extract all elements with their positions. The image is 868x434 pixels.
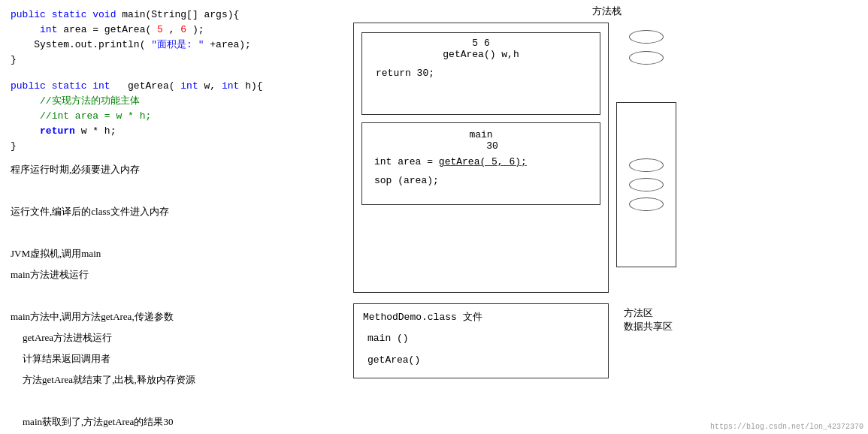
desc-line-7: 计算结果返回调用者 [11, 349, 335, 369]
desc-line-6: getArea方法进栈运行 [11, 328, 335, 348]
area-label: 方法区 [624, 306, 673, 320]
code-comment1: //实现方法的功能主体 [11, 94, 335, 109]
code-line-4: } [11, 53, 335, 68]
description-block: 程序运行时期,必须要进入内存 运行文件,编译后的class文件进入内存 JVM虚… [11, 160, 335, 432]
kw-public: public [11, 9, 46, 20]
main-getarea-call: getArea( 5, 6); [439, 156, 527, 167]
str-literal: "面积是: " [151, 39, 204, 50]
desc-line-5: main方法中,调用方法getArea,传递参数 [11, 307, 335, 327]
desc-line-9: main获取到了,方法getArea的结果30 [11, 412, 335, 432]
bottom-section: MethodDemo.class 文件 main () getArea() 方法… [353, 303, 860, 378]
desc-line-1: 程序运行时期,必须要进入内存 [11, 160, 335, 179]
method-box-header: MethodDemo.class 文件 [363, 310, 599, 324]
desc-line-3: JVM虚拟机,调用main [11, 244, 335, 264]
getarea-body: return 30; [370, 68, 592, 79]
stack-outer-box: 5 6 getArea() w,h return 30; main 30 int… [353, 23, 609, 293]
watermark: https://blog.csdn.net/lon_42372370 [710, 423, 863, 431]
kw-return: return [40, 125, 75, 137]
main-frame: main 30 int area = getArea( 5, 6); sop (… [361, 122, 600, 205]
kw-int2: int [92, 80, 110, 92]
getarea-frame: 5 6 getArea() w,h return 30; [361, 32, 600, 115]
desc-spacer-2 [11, 223, 335, 243]
method-main-label: main () [367, 333, 409, 344]
comment-text2: //int area = w * h; [40, 110, 151, 122]
method-main: main () [363, 333, 599, 344]
main-line1: int area = getArea( 5, 6); [370, 156, 592, 167]
comment-text1: //实现方法的功能主体 [40, 95, 140, 107]
main-label: main [469, 129, 492, 140]
code-line-3: System.out.println( "面积是: " +area); [11, 38, 335, 53]
kw-int3: int [180, 80, 198, 92]
num-6: 6 [180, 24, 186, 35]
getarea-header: 5 6 getArea() w,h [370, 38, 592, 60]
getarea-label: getArea() w,h [443, 49, 519, 60]
kw-int: int [40, 24, 57, 35]
code-close-brace: } [11, 139, 335, 154]
code-block-main: public static void main(String[] args){ … [11, 8, 335, 68]
desc-spacer-4 [11, 391, 335, 411]
right-panel: 方法栈 5 6 getArea() w,h return 30; main [346, 0, 868, 434]
code-return: return w * h; [11, 124, 335, 139]
ellipse-2 [629, 51, 664, 65]
left-panel: public static void main(String[] args){ … [0, 0, 346, 434]
code-line-2: int area = getArea( 5 , 6 ); [11, 23, 335, 38]
code-comment2: //int area = w * h; [11, 109, 335, 124]
code-line-1: public static void main(String[] args){ [11, 8, 335, 23]
desc-line-4: main方法进栈运行 [11, 265, 335, 285]
getarea-return: return 30; [376, 68, 434, 79]
main-line2: sop (area); [370, 175, 592, 186]
code-getarea-sig: public static int getArea( int w, int h)… [11, 79, 335, 94]
method-class-box: MethodDemo.class 文件 main () getArea() [353, 303, 609, 378]
method-getarea-label: getArea() [367, 354, 420, 366]
class-label: MethodDemo.class 文件 [363, 310, 482, 324]
ellipse-top [629, 30, 664, 44]
desc-line-2: 运行文件,编译后的class文件进入内存 [11, 202, 335, 222]
kw-static2: static [52, 80, 87, 92]
desc-spacer-1 [11, 181, 335, 200]
getarea-nums: 5 6 [472, 38, 489, 49]
desc-spacer-3 [11, 286, 335, 306]
kw-static: static [52, 9, 87, 20]
kw-int4: int [222, 80, 239, 92]
main-header: main 30 [370, 129, 592, 152]
code-block-getarea: public static int getArea( int w, int h)… [11, 79, 335, 155]
ellipse-rect-3 [629, 197, 664, 211]
kw-public2: public [11, 80, 46, 92]
desc-line-8: 方法getArea就结束了,出栈,释放内存资源 [11, 370, 335, 390]
ellipse-rect-2 [629, 178, 664, 191]
main-val: 30 [464, 140, 498, 152]
main-sop: sop (area); [374, 175, 439, 186]
num-5: 5 [157, 24, 163, 35]
stack-title: 方法栈 [353, 5, 860, 18]
method-area-labels: 方法区 数据共享区 [624, 303, 673, 378]
data-label: 数据共享区 [624, 320, 673, 333]
ellipse-rect-1 [629, 158, 664, 172]
method-getarea: getArea() [363, 354, 599, 366]
tall-rect [616, 102, 676, 267]
kw-void: void [92, 9, 116, 20]
